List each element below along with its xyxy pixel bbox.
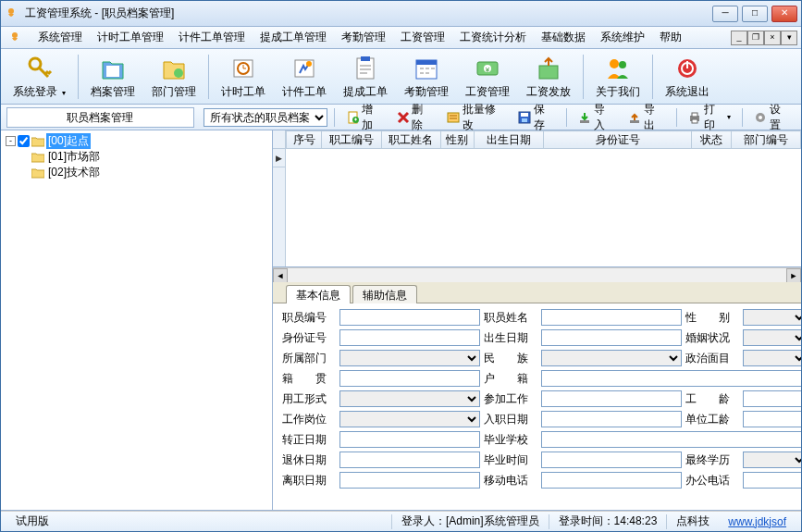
- maximize-button[interactable]: □: [742, 6, 768, 22]
- label-regular-date: 转正日期: [282, 432, 336, 448]
- menu-帮助[interactable]: 帮助: [652, 27, 689, 48]
- select-gender[interactable]: [743, 309, 801, 326]
- input-birth[interactable]: [541, 329, 682, 346]
- folder-icon: [31, 152, 44, 163]
- svg-rect-12: [416, 60, 437, 65]
- toolbar: 系统登录 ▾档案管理部门管理计时工单计件工单提成工单考勤管理¥工资管理工资发放关…: [1, 49, 801, 105]
- employee-form: 职员编号 职员姓名 性 别 身份证号 出生日期 婚姻状况 所属部门 民 族 政治…: [273, 303, 801, 510]
- input-grad-school[interactable]: [541, 431, 801, 448]
- label-office-tel: 办公电话: [685, 473, 739, 489]
- panel-title: 职员档案管理: [6, 107, 194, 128]
- label-unit-sen: 单位工龄: [685, 412, 739, 427]
- tab-basic-info[interactable]: 基本信息: [286, 285, 351, 303]
- label-mobile: 移动电话: [484, 473, 537, 489]
- grid-col-4[interactable]: 出生日期: [475, 131, 544, 149]
- status-url-link[interactable]: www.jdkjsof: [719, 515, 796, 528]
- grid-col-1[interactable]: 职工编号: [322, 131, 381, 149]
- input-join-work[interactable]: [541, 390, 682, 407]
- select-final-edu[interactable]: [743, 452, 801, 468]
- menu-基础数据[interactable]: 基础数据: [534, 27, 593, 48]
- mdi-dropdown-button[interactable]: ▾: [781, 31, 797, 45]
- toolbar-计件工单[interactable]: 计件工单: [274, 51, 335, 103]
- app-small-icon: [8, 31, 23, 45]
- close-button[interactable]: ✕: [771, 6, 797, 22]
- tree-collapse-icon[interactable]: -: [6, 136, 16, 146]
- grid-col-5[interactable]: 身份证号: [543, 131, 691, 149]
- menu-考勤管理[interactable]: 考勤管理: [334, 27, 393, 48]
- toolbar-关于我们[interactable]: 关于我们: [587, 51, 648, 103]
- mdi-restore-button[interactable]: ❐: [747, 31, 764, 45]
- tab-aux-info[interactable]: 辅助信息: [352, 285, 417, 303]
- svg-rect-27: [580, 120, 589, 123]
- tree-root-checkbox[interactable]: [18, 135, 30, 147]
- grid-scrollbar[interactable]: ◄►: [273, 267, 801, 282]
- select-dept[interactable]: [339, 350, 480, 366]
- toolbar-考勤管理[interactable]: 考勤管理: [396, 51, 457, 103]
- select-marital[interactable]: [743, 329, 801, 346]
- svg-rect-23: [448, 113, 459, 122]
- toolbar-部门管理[interactable]: 部门管理: [143, 51, 204, 103]
- input-retire-date[interactable]: [339, 452, 480, 468]
- grid-col-2[interactable]: 职工姓名: [381, 131, 440, 149]
- minimize-button[interactable]: ─: [712, 6, 738, 22]
- status-time: 登录时间：14:48:23: [549, 513, 667, 529]
- toolbar-系统退出[interactable]: 系统退出: [657, 51, 718, 103]
- input-emp-name[interactable]: [541, 309, 682, 326]
- label-marital: 婚姻状况: [685, 330, 739, 346]
- toolbar-提成工单[interactable]: 提成工单: [335, 51, 396, 103]
- grid-col-3[interactable]: 性别: [440, 131, 474, 149]
- input-hire-date[interactable]: [541, 411, 682, 427]
- status-filter-select[interactable]: 所有状态的职员档案: [204, 108, 327, 127]
- grid-col-0[interactable]: 序号: [287, 131, 322, 149]
- titlebar: 工资管理系统 - [职员档案管理] ─ □ ✕: [1, 1, 801, 27]
- mdi-minimize-button[interactable]: _: [731, 31, 747, 45]
- input-native[interactable]: [339, 370, 480, 387]
- svg-text:¥: ¥: [485, 66, 490, 74]
- label-retire-date: 退休日期: [282, 452, 336, 468]
- toolbar-系统登录[interactable]: 系统登录 ▾: [5, 51, 74, 103]
- input-id-no[interactable]: [339, 329, 480, 346]
- menu-计件工单管理[interactable]: 计件工单管理: [171, 27, 253, 48]
- input-mobile[interactable]: [541, 472, 682, 489]
- menu-系统维护[interactable]: 系统维护: [593, 27, 652, 48]
- label-leave-date: 离职日期: [282, 473, 336, 489]
- grid-col-6[interactable]: 状态: [692, 131, 732, 149]
- toolbar-工资发放[interactable]: 工资发放: [518, 51, 579, 103]
- grid-col-7[interactable]: 部门编号: [732, 131, 801, 149]
- menu-工资统计分析[interactable]: 工资统计分析: [452, 27, 534, 48]
- input-grad-time[interactable]: [541, 452, 682, 468]
- label-hire-date: 入职日期: [484, 412, 537, 427]
- label-dept: 所属部门: [282, 351, 336, 366]
- status-login: 登录人：[Admin]系统管理员: [392, 513, 549, 529]
- input-emp-no[interactable]: [339, 309, 480, 326]
- tree-root-label[interactable]: [00]起点: [46, 133, 91, 149]
- input-regular-date[interactable]: [339, 431, 480, 448]
- tree-child-label[interactable]: [01]市场部: [46, 149, 102, 165]
- label-seniority: 工 龄: [685, 391, 739, 407]
- mdi-close-button[interactable]: ×: [764, 31, 781, 45]
- input-unit-sen[interactable]: [743, 411, 801, 427]
- toolbar-计时工单[interactable]: 计时工单: [213, 51, 274, 103]
- select-emp-type[interactable]: [339, 390, 480, 407]
- input-reg[interactable]: [541, 370, 801, 387]
- folder-icon: [31, 136, 44, 147]
- menu-工资管理[interactable]: 工资管理: [393, 27, 452, 48]
- toolbar-工资管理[interactable]: ¥工资管理: [457, 51, 518, 103]
- select-politics[interactable]: [743, 350, 801, 366]
- label-join-work: 参加工作: [484, 391, 537, 407]
- svg-rect-9: [357, 58, 374, 79]
- select-post[interactable]: [339, 411, 480, 427]
- menu-系统管理[interactable]: 系统管理: [31, 27, 90, 48]
- menu-提成工单管理[interactable]: 提成工单管理: [253, 27, 334, 48]
- tree-root-node[interactable]: - [00]起点: [4, 133, 269, 149]
- subtoolbar: 职员档案管理 所有状态的职员档案 增加 删除 批量修改 保存 导入 导出 打印▾…: [1, 105, 801, 130]
- input-leave-date[interactable]: [339, 472, 480, 489]
- menu-计时工单管理[interactable]: 计时工单管理: [90, 27, 171, 48]
- tree-child-node[interactable]: [01]市场部: [4, 149, 269, 165]
- toolbar-档案管理[interactable]: 档案管理: [82, 51, 143, 103]
- input-seniority[interactable]: [743, 390, 801, 407]
- tree-child-label[interactable]: [02]技术部: [46, 165, 102, 180]
- tree-child-node[interactable]: [02]技术部: [4, 165, 269, 180]
- input-office-tel[interactable]: [743, 472, 801, 489]
- select-nation[interactable]: [541, 350, 682, 366]
